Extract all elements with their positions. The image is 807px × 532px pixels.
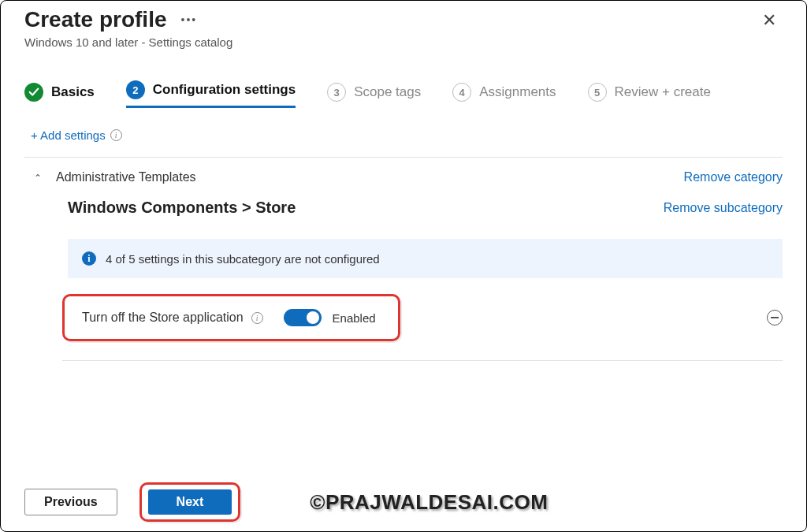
- step-label: Review + create: [615, 84, 711, 100]
- previous-button[interactable]: Previous: [24, 489, 117, 515]
- chevron-up-icon[interactable]: ⌄: [34, 172, 42, 183]
- step-number-icon: 4: [452, 83, 471, 102]
- remove-category-link[interactable]: Remove category: [684, 170, 783, 184]
- remove-subcategory-link[interactable]: Remove subcategory: [664, 201, 783, 215]
- info-alert: i 4 of 5 settings in this subcategory ar…: [68, 239, 783, 278]
- checkmark-icon: [24, 83, 43, 102]
- watermark-text: ©PRAJWALDESAI.COM: [310, 490, 548, 515]
- setting-label: Turn off the Store application: [82, 311, 244, 325]
- step-label: Configuration settings: [153, 82, 296, 98]
- step-number-icon: 5: [588, 83, 607, 102]
- next-button-highlight: Next: [139, 482, 241, 522]
- divider: [62, 360, 783, 361]
- step-scope-tags[interactable]: 3 Scope tags: [327, 83, 421, 108]
- setting-toggle[interactable]: [284, 309, 322, 326]
- info-icon[interactable]: i: [251, 312, 263, 324]
- info-icon: i: [82, 251, 96, 266]
- setting-row-highlight: Turn off the Store application i Enabled: [62, 294, 400, 341]
- step-label: Assignments: [479, 84, 556, 100]
- step-review-create[interactable]: 5 Review + create: [588, 83, 711, 108]
- wizard-stepper: Basics 2 Configuration settings 3 Scope …: [1, 49, 806, 108]
- subcategory-breadcrumb: Windows Components > Store: [68, 199, 296, 217]
- step-assignments[interactable]: 4 Assignments: [452, 83, 556, 108]
- close-icon[interactable]: ✕: [756, 7, 783, 34]
- info-icon[interactable]: i: [110, 129, 122, 141]
- step-number-icon: 2: [126, 80, 145, 99]
- page-title: Create profile: [24, 7, 167, 32]
- step-number-icon: 3: [327, 83, 346, 102]
- add-settings-label: + Add settings: [31, 128, 106, 142]
- remove-setting-icon[interactable]: [767, 310, 783, 326]
- category-name: Administrative Templates: [56, 170, 196, 184]
- alert-text: 4 of 5 settings in this subcategory are …: [106, 252, 380, 266]
- step-configuration-settings[interactable]: 2 Configuration settings: [126, 80, 296, 108]
- toggle-knob: [307, 311, 319, 324]
- page-subtitle: Windows 10 and later - Settings catalog: [24, 35, 232, 49]
- step-label: Basics: [51, 84, 95, 100]
- next-button[interactable]: Next: [148, 489, 232, 515]
- step-basics[interactable]: Basics: [24, 83, 95, 108]
- toggle-state-label: Enabled: [333, 311, 376, 325]
- more-icon[interactable]: •••: [181, 13, 198, 26]
- step-label: Scope tags: [354, 84, 421, 100]
- add-settings-link[interactable]: + Add settings i: [31, 128, 122, 142]
